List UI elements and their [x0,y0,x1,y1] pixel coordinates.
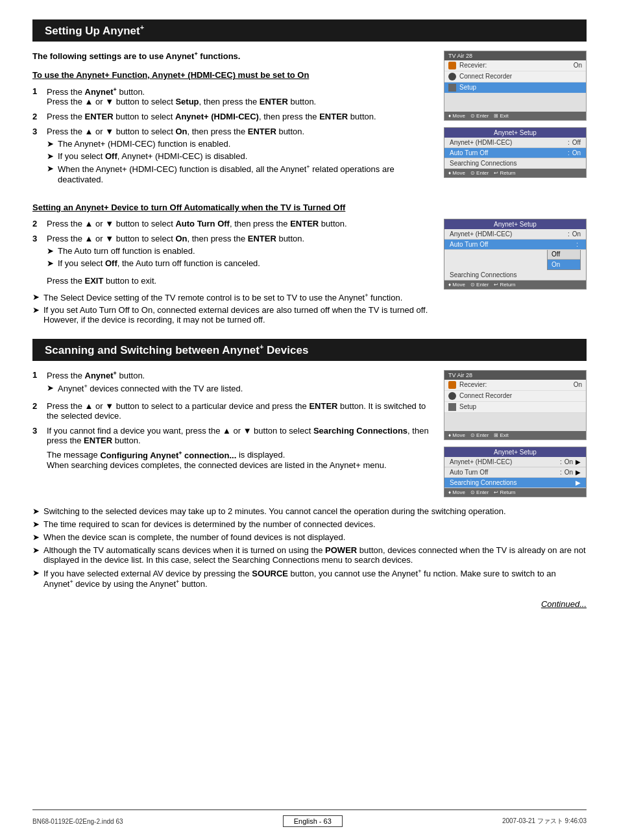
s2-bullet-1: ➤ Anynet+ devices connected with the TV … [47,383,433,393]
s2-step3-extra: The message Configuring Anynet+ connecti… [47,449,433,469]
anynet-setup-ui-1: Anynet+ Setup Anynet+ (HDMI-CEC) : Off A… [444,127,587,178]
bullet-1b: ➤ If you select Off, Anynet+ (HDMI-CEC) … [47,151,433,161]
anynet-setup-2-header: Anynet+ Setup [444,219,586,229]
note-1: ➤ The Select Device setting of the TV re… [32,292,433,303]
step-content-2: Press the ENTER button to select Anynet+… [47,112,433,121]
section2-bottom-notes: ➤ Switching to the selected devices may … [32,506,587,589]
popup-menu: Off On [547,249,581,270]
tv-ui-1: TV Air 28 Recevier: On Connect Recorder … [444,51,587,121]
section1-title-bar: Setting Up Anynet+ [32,19,587,42]
popup-on: On [548,260,580,269]
gear-icon-3 [448,403,456,411]
section1-title: Setting Up Anynet+ [36,19,587,42]
section1-step3: 3 Press the ▲ or ▼ button to select On, … [32,127,433,186]
section1b-step3: 3 Press the ▲ or ▼ button to select On, … [32,234,433,271]
step-num-2: 2 [32,112,47,121]
s2-arrow-1: ➤ [47,383,54,393]
anynet-row-hdmi-cec-3: Anynet+ (HDMI-CEC) : On ▶ [444,457,586,467]
section1-step2: 2 Press the ENTER button to select Anyne… [32,112,433,121]
gear-icon [448,84,456,92]
s2-bullet-text-1: Anynet+ devices connected with the TV ar… [58,383,243,393]
bullet-text-1c: When the Anynet+ (HDMI-CEC) function is … [58,164,433,184]
step-content-3: Press the ▲ or ▼ button to select On, th… [47,127,433,186]
step-num-1: 1 [32,86,47,96]
s2-step-content-1: Press the Anynet+ button. ➤ Anynet+ devi… [47,370,433,397]
s2-note-arrow-3: ➤ [32,532,40,542]
section2-title-bar: Scanning and Switching between Anynet+ D… [32,339,587,361]
arrow-icon-2b: ➤ [47,258,54,268]
step-num-3b: 3 [32,234,47,243]
anynet-row-searching-2: Searching Connections [444,270,586,280]
section2-step2: 2 Press the ▲ or ▼ button to select to a… [32,401,433,421]
bullet-1a: ➤ The Anynet+ (HDMI-CEC) function is ena… [47,139,433,149]
section1-step1: 1 Press the Anynet+ button. Press the ▲ … [32,86,433,106]
section2-sidebar: TV Air 28 Recevier: On Connect Recorder … [444,370,587,500]
note-2: ➤ If you set Auto Turn Off to On, connec… [32,305,433,325]
bullet-text-2a: The Auto turn off function is enabled. [58,246,195,256]
s2-note-5: ➤ If you have selected external AV devic… [32,568,587,589]
s2-step-num-2: 2 [32,401,47,411]
continued-text: Continued... [32,599,587,609]
step-content-2b: Press the ▲ or ▼ button to select Auto T… [47,219,433,229]
anynet-row-autoturnoff-1: Auto Turn Off : On [444,148,586,158]
bullet-text-1a: The Anynet+ (HDMI-CEC) function is enabl… [58,139,230,149]
section1b-content: 2 Press the ▲ or ▼ button to select Auto… [32,219,587,327]
anynet-row-autoturnoff-3: Auto Turn Off : On ▶ [444,467,586,478]
footer-right: 2007-03-21 ファスト 9:46:03 [502,817,587,826]
s2-note-2: ➤ The time required to scan for devices … [32,519,587,529]
section2-content: 1 Press the Anynet+ button. ➤ Anynet+ de… [32,370,587,500]
s2-step-content-2: Press the ▲ or ▼ button to select to a p… [47,401,433,421]
s2-step-num-1: 1 [32,370,47,380]
section1-main: The following settings are to use Anynet… [32,51,433,192]
note-arrow-2: ➤ [32,305,40,315]
s2-note-text-1: Switching to the selected devices may ta… [43,506,506,516]
cam-icon-3 [448,381,456,389]
bullet-2a: ➤ The Auto turn off function is enabled. [47,246,433,256]
anynet-setup-2-footer: ♦ Move ⊙ Enter ↩ Return [444,280,586,289]
footer-center: English - 63 [283,815,343,827]
anynet-setup-1-footer: ♦ Move ⊙ Enter ↩ Return [444,169,586,177]
page: Setting Up Anynet+ The following setting… [0,0,619,840]
note-text-1: The Select Device setting of the TV remo… [43,292,402,303]
popup-container: Off On [444,249,581,270]
anynet-setup-ui-2: Anynet+ Setup Anynet+ (HDMI-CEC) : On Au… [444,219,587,290]
bullet-2b: ➤ If you select Off, the Auto turn off f… [47,258,433,268]
section1b-step2: 2 Press the ▲ or ▼ button to select Auto… [32,219,433,229]
tv-ui-3: TV Air 28 Recevier: On Connect Recorder … [444,370,587,440]
s2-note-4: ➤ Although the TV automatically scans de… [32,545,587,565]
s2-note-text-4: Although the TV automatically scans devi… [43,545,587,565]
arrow-icon-1b: ➤ [47,151,54,161]
section1b-underline-heading: Setting an Anynet+ Device to turn Off Au… [32,203,587,212]
s2-step-num-3: 3 [32,426,47,436]
tv-ui-3-row-recevier: Recevier: On [444,380,586,391]
disc-icon [448,73,456,80]
bullet-text-2b: If you select Off, the Auto turn off fun… [58,258,260,268]
section1-underline-heading: To use the Anynet+ Function, Anynet+ (HD… [32,70,433,80]
tv-ui-3-row-recorder: Connect Recorder [444,391,586,402]
section1b-main: 2 Press the ▲ or ▼ button to select Auto… [32,219,433,327]
arrow-icon-2a: ➤ [47,246,54,256]
tv-ui-1-footer: ♦ Move ⊙ Enter ⊞ Exit [444,112,586,120]
tv-ui-1-header: TV Air 28 [444,51,586,60]
cam-icon [448,62,456,69]
popup-off: Off [548,249,580,260]
anynet-row-autoturnoff-2: Auto Turn Off : [444,240,586,250]
step-content-3b: Press the ▲ or ▼ button to select On, th… [47,234,433,271]
s2-note-arrow-1: ➤ [32,506,40,516]
anynet-row-hdmi-cec-2: Anynet+ (HDMI-CEC) : On [444,229,586,240]
section1-intro: The following settings are to use Anynet… [32,51,433,61]
s2-note-text-3: When the device scan is complete, the nu… [43,532,345,542]
s2-note-arrow-5: ➤ [32,568,40,578]
section1-sidebar: TV Air 28 Recevier: On Connect Recorder … [444,51,587,192]
press-exit-text: Press the EXIT button to exit. [47,276,433,286]
s2-note-text-2: The time required to scan for devices is… [43,519,376,529]
footer-left: BN68-01192E-02Eng-2.indd 63 [32,818,123,825]
section1b: Setting an Anynet+ Device to turn Off Au… [32,203,587,327]
section2-title: Scanning and Switching between Anynet+ D… [36,339,587,361]
step-num-2b: 2 [32,219,47,229]
s2-step-content-3: If you cannot find a device you want, pr… [47,426,433,469]
page-footer: BN68-01192E-02Eng-2.indd 63 English - 63… [32,809,587,827]
tv-ui-1-row-setup: Setup [444,82,586,93]
anynet-setup-3-footer: ♦ Move ⊙ Enter ↩ Return [444,488,586,497]
section2-main: 1 Press the Anynet+ button. ➤ Anynet+ de… [32,370,433,500]
